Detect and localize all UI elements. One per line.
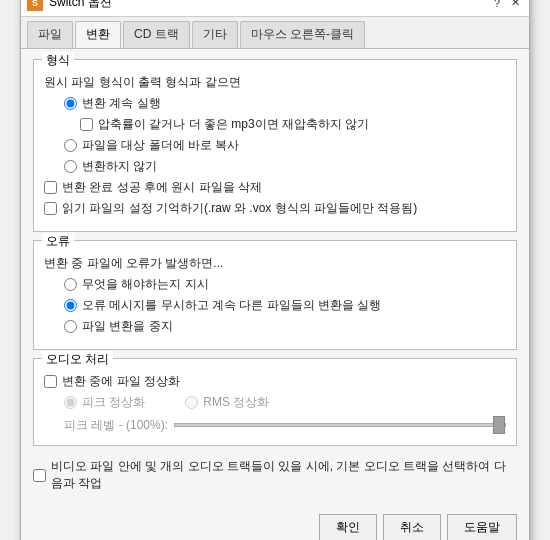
error-content: 변환 중 파일에 오류가 발생하면... 무엇을 해야하는지 지시 오류 메시지… [44,255,506,335]
format-opt2-label[interactable]: 파일을 대상 폴더에 바로 복사 [64,137,239,154]
error-opt1-row: 무엇을 해야하는지 지시 [44,276,506,293]
format-opt3-label[interactable]: 변환하지 않기 [64,158,157,175]
audio-normalize-label[interactable]: 변환 중에 파일 정상화 [44,373,180,390]
format-chk2-row: 읽기 파일의 설정 기억하기(.raw 와 .vox 형식의 파일들에만 적용됨… [44,200,506,217]
slider-label: 피크 레벨 - (100%): [64,417,168,434]
help-button[interactable]: ? [489,0,505,11]
audio-subopts-row: 피크 정상화 RMS 정상화 [44,394,506,411]
bottom-checkbox[interactable] [33,469,46,482]
tab-right-click[interactable]: 마우스 오른쪽-클릭 [240,21,365,48]
cancel-button[interactable]: 취소 [383,514,441,540]
title-bar: S Switch 옵션 ? ✕ [21,0,529,17]
slider-container [174,415,506,435]
format-opt1-row: 변환 계속 실행 [44,95,506,112]
title-bar-left: S Switch 옵션 [27,0,112,11]
format-chk1-row: 변환 완료 성공 후에 원시 파일을 삭제 [44,179,506,196]
audio-section-title: 오디오 처리 [42,351,113,368]
window-title: Switch 옵션 [49,0,112,11]
error-opt2-radio[interactable] [64,299,77,312]
content-area: 형식 원시 파일 형식이 출력 형식과 같으면 변환 계속 실행 압축률이 같거… [21,49,529,506]
format-opt1a-checkbox[interactable] [80,118,93,131]
audio-rms-radio[interactable] [185,396,198,409]
format-opt3-radio[interactable] [64,160,77,173]
format-section: 형식 원시 파일 형식이 출력 형식과 같으면 변환 계속 실행 압축률이 같거… [33,59,517,232]
error-opt1-radio[interactable] [64,278,77,291]
audio-peak-label[interactable]: 피크 정상화 [64,394,145,411]
bottom-checkbox-label[interactable]: 비디오 파일 안에 및 개의 오디오 트랙들이 있을 시에, 기본 오디오 트랙… [33,458,517,492]
app-icon: S [27,0,43,11]
button-bar: 확인 취소 도움말 [21,506,529,540]
audio-content: 변환 중에 파일 정상화 피크 정상화 RMS 정상화 피크 [44,373,506,435]
audio-normalize-row: 변환 중에 파일 정상화 [44,373,506,390]
format-content: 원시 파일 형식이 출력 형식과 같으면 변환 계속 실행 압축률이 같거나 더… [44,74,506,217]
format-opt1-label[interactable]: 변환 계속 실행 [64,95,161,112]
audio-rms-label[interactable]: RMS 정상화 [185,394,269,411]
error-section-title: 오류 [42,233,74,250]
format-chk1-checkbox[interactable] [44,181,57,194]
close-button[interactable]: ✕ [507,0,523,11]
audio-section: 오디오 처리 변환 중에 파일 정상화 피크 정상화 [33,358,517,446]
slider-track [174,423,506,427]
title-controls: ? ✕ [489,0,523,11]
error-opt3-radio[interactable] [64,320,77,333]
format-opt2-radio[interactable] [64,139,77,152]
tab-bar: 파일 변환 CD 트랙 기타 마우스 오른쪽-클릭 [21,17,529,49]
error-opt2-label[interactable]: 오류 메시지를 무시하고 계속 다른 파일들의 변환을 실행 [64,297,381,314]
format-opt1a-label[interactable]: 압축률이 같거나 더 좋은 mp3이면 재압축하지 않기 [80,116,369,133]
format-opt1-radio[interactable] [64,97,77,110]
error-opt2-row: 오류 메시지를 무시하고 계속 다른 파일들의 변환을 실행 [44,297,506,314]
help-dialog-button[interactable]: 도움말 [447,514,517,540]
format-chk1-label[interactable]: 변환 완료 성공 후에 원시 파일을 삭제 [44,179,262,196]
bottom-section: 비디오 파일 안에 및 개의 오디오 트랙들이 있을 시에, 기본 오디오 트랙… [33,454,517,496]
error-opt3-row: 파일 변환을 중지 [44,318,506,335]
format-section-title: 형식 [42,52,74,69]
tab-other[interactable]: 기타 [192,21,238,48]
slider-thumb[interactable] [493,416,505,434]
format-chk2-label[interactable]: 읽기 파일의 설정 기억하기(.raw 와 .vox 형식의 파일들에만 적용됨… [44,200,417,217]
audio-normalize-checkbox[interactable] [44,375,57,388]
format-opt3-row: 변환하지 않기 [44,158,506,175]
main-window: S Switch 옵션 ? ✕ 파일 변환 CD 트랙 기타 마우스 오른쪽-클… [20,0,530,540]
error-section: 오류 변환 중 파일에 오류가 발생하면... 무엇을 해야하는지 지시 오류 … [33,240,517,350]
error-opt3-label[interactable]: 파일 변환을 중지 [64,318,173,335]
format-opt2-row: 파일을 대상 폴더에 바로 복사 [44,137,506,154]
slider-row: 피크 레벨 - (100%): [44,415,506,435]
error-opt1-label[interactable]: 무엇을 해야하는지 지시 [64,276,209,293]
tab-cd-track[interactable]: CD 트랙 [123,21,190,48]
audio-peak-radio[interactable] [64,396,77,409]
tab-convert[interactable]: 변환 [75,21,121,48]
ok-button[interactable]: 확인 [319,514,377,540]
format-condition-label: 원시 파일 형식이 출력 형식과 같으면 [44,74,506,91]
error-condition-label: 변환 중 파일에 오류가 발생하면... [44,255,506,272]
format-opt1a-row: 압축률이 같거나 더 좋은 mp3이면 재압축하지 않기 [44,116,506,133]
tab-file[interactable]: 파일 [27,21,73,48]
format-chk2-checkbox[interactable] [44,202,57,215]
